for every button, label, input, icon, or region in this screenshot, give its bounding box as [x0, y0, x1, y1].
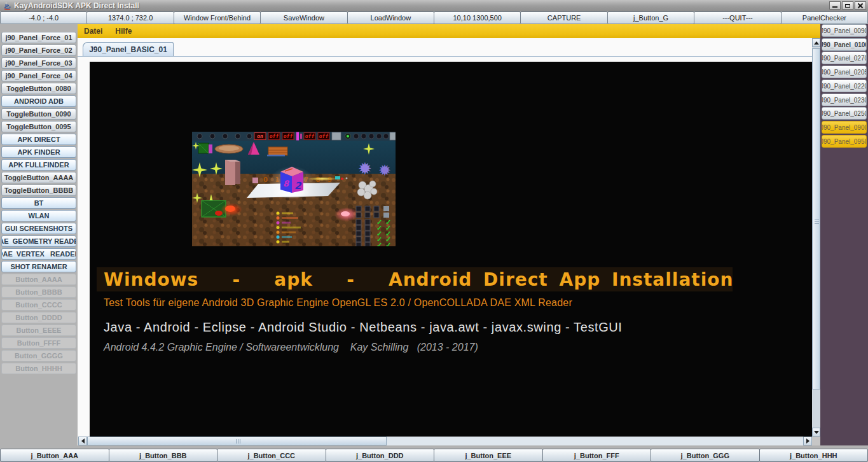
green-indicator	[347, 135, 349, 137]
scroll-right-icon	[806, 438, 809, 444]
credit-line: Android 4.4.2 Graphic Engine / Softwaree…	[104, 342, 478, 353]
menu-hilfe[interactable]: Hilfe	[109, 24, 138, 38]
sidebar-item-wlan[interactable]: WLAN	[1, 210, 76, 221]
content-panel: on off off off off	[90, 62, 812, 437]
svg-text:off: off	[305, 134, 315, 139]
minimize-button[interactable]	[829, 1, 841, 10]
scene-screenshot: on off off off off	[192, 132, 396, 246]
sidebar-item-togglebutton-aaaa[interactable]: ToggleButton_AAAA	[1, 172, 76, 183]
vertical-scrollbar[interactable]	[812, 38, 820, 445]
sidebar-item-togglebutton-bbbb[interactable]: ToggleButton_BBBB	[1, 185, 76, 196]
right-sidebar: J90_Panel_0090J90_Panel_0100J90_Panel_02…	[820, 24, 868, 449]
sidebar-item-android-adb[interactable]: ANDROID ADB	[1, 95, 76, 107]
bottom-button-j-button-hhh[interactable]: j_Button_HHH	[759, 449, 868, 462]
sidebar-item-j90-panel-force-03[interactable]: j90_Panel_Force_03	[1, 57, 76, 69]
sidebar-item-button-aaaa: Button_AAAA	[1, 274, 76, 285]
sidebar-item-togglebutton-0080[interactable]: ToggleButton_0080	[1, 83, 76, 94]
toolbar-button-quit[interactable]: ---QUIT---	[694, 11, 781, 24]
svg-text:on: on	[257, 134, 263, 139]
bottom-button-j-button-bbb[interactable]: j_Button_BBB	[109, 449, 218, 462]
app-window: KayAndroidSDK APK Direct Install -4.0 ; …	[0, 0, 868, 462]
sidebar-item-j90-panel-force-04[interactable]: j90_Panel_Force_04	[1, 70, 76, 81]
svg-text:✹: ✹	[378, 162, 391, 179]
svg-text:✹: ✹	[358, 159, 372, 178]
svg-text:off: off	[319, 134, 329, 139]
tab-divider	[78, 56, 812, 57]
gray-button	[332, 132, 341, 140]
svg-text:off: off	[270, 134, 279, 139]
toolbar-button-savewindow[interactable]: SaveWindow	[260, 11, 347, 24]
panel-button-j90-panel-0270[interactable]: J90_Panel_0270	[822, 52, 867, 64]
panel-button-j90-panel-0250[interactable]: J90_Panel_0250	[822, 107, 867, 120]
svg-text:2: 2	[294, 180, 302, 192]
toolbar-button-window-front-behind[interactable]: Window Front/Behind	[174, 11, 261, 24]
sidebar-item-bt[interactable]: BT	[1, 197, 76, 209]
headline: Windows - apk - Android Direct App Insta…	[97, 269, 734, 290]
panel-button-j90-panel-0090[interactable]: J90_Panel_0090	[822, 24, 867, 37]
main-area: DateiHilfe J90_Panel_BASIC_01	[78, 24, 820, 445]
toolbar-button-1374-0-732-0[interactable]: 1374.0 ; 732.0	[86, 11, 174, 24]
sidebar-item-button-cccc: Button_CCCC	[1, 299, 76, 311]
menu-bar: DateiHilfe	[78, 24, 820, 38]
sidebar-item-button-gggg: Button_GGGG	[1, 350, 76, 361]
scroll-up-button[interactable]	[812, 38, 820, 47]
bottom-button-j-button-fff[interactable]: j_Button_FFF	[542, 449, 652, 462]
sidebar-item-j90-panel-force-02[interactable]: j90_Panel_Force_02	[1, 45, 76, 56]
tech-line: Java - Android - Eclipse - Android Studi…	[104, 320, 623, 335]
panel-button-j90-panel-0100[interactable]: J90_Panel_0100	[822, 38, 867, 51]
scroll-right-button[interactable]	[803, 437, 812, 445]
scroll-left-button[interactable]	[78, 437, 87, 445]
sidebar-item-button-dddd: Button_DDDD	[1, 312, 76, 323]
scroll-down-icon	[814, 431, 819, 434]
headline-strip: Windows - apk - Android Direct App Insta…	[97, 267, 733, 291]
top-toolbar: -4.0 ; -4.01374.0 ; 732.0Window Front/Be…	[0, 11, 868, 24]
color-cube: 8 2	[269, 166, 315, 199]
sidebar-item-j90-panel-force-01[interactable]: j90_Panel_Force_01	[1, 32, 76, 43]
tab-j90-panel-basic-01[interactable]: J90_Panel_BASIC_01	[83, 42, 174, 56]
bottom-button-j-button-ccc[interactable]: j_Button_CCC	[217, 449, 326, 462]
close-button[interactable]	[855, 1, 866, 10]
sidebar-item-togglebutton-0090[interactable]: ToggleButton_0090	[1, 108, 76, 120]
svg-text:✓: ✓	[385, 241, 391, 246]
window-controls	[829, 1, 866, 10]
restore-button[interactable]	[842, 1, 853, 10]
bottom-button-bar: j_Button_AAAj_Button_BBBj_Button_CCCj_Bu…	[0, 449, 868, 462]
sidebar-item-button-eeee: Button_EEEE	[1, 325, 76, 336]
bottom-button-j-button-ddd[interactable]: j_Button_DDD	[326, 449, 435, 462]
horizontal-scrollbar[interactable]	[78, 437, 812, 445]
tab-area: J90_Panel_BASIC_01	[78, 38, 812, 437]
toolbar-button-4-0-4-0[interactable]: -4.0 ; -4.0	[0, 11, 87, 24]
sidebar-item-togglebutton-0095[interactable]: ToggleButton_0095	[1, 121, 76, 132]
scroll-down-button[interactable]	[812, 428, 820, 437]
sidebar-item-dae-geometry-reader[interactable]: DAE GEOMETRY READER	[1, 235, 76, 247]
panel-button-j90-panel-0900[interactable]: J90_Panel_0900	[822, 121, 867, 134]
subtitle: Test Tools für eigene Android 3D Graphic…	[104, 297, 572, 309]
sidebar-item-gui-screenshots[interactable]: GUI SCREENSHOTS	[1, 223, 76, 234]
menu-datei[interactable]: Datei	[78, 24, 109, 38]
panel-button-j90-panel-0205[interactable]: J90_Panel_0205	[822, 66, 867, 78]
panel-button-j90-panel-0220[interactable]: J90_Panel_0220	[822, 80, 867, 92]
panel-button-j90-panel-0230[interactable]: J90_Panel_0230	[822, 94, 867, 106]
vertical-scrollbar-thumb[interactable]	[812, 48, 820, 389]
sidebar-item-dae-vertex-reader[interactable]: DAE VERTEX READER	[1, 248, 76, 260]
sidebar-item-apk-direct[interactable]: APK DIRECT	[1, 134, 76, 145]
sidebar-item-apk-finder[interactable]: APK FINDER	[1, 146, 76, 158]
panel-button-j90-panel-0950[interactable]: J90_Panel_0950	[822, 135, 867, 148]
restore-icon	[845, 4, 850, 8]
sidebar-item-button-bbbb: Button_BBBB	[1, 286, 76, 298]
sidebar-item-button-hhhh: Button_HHHH	[1, 363, 76, 374]
sidebar-item-shot-renamer[interactable]: SHOT RENAMER	[1, 261, 76, 272]
scene-control-strip: on off off off off	[192, 132, 396, 141]
bottom-button-j-button-ggg[interactable]: j_Button_GGG	[651, 449, 760, 462]
toolbar-button-10-10-1300-500[interactable]: 10,10 1300,500	[434, 11, 521, 24]
horizontal-scrollbar-thumb[interactable]	[87, 437, 387, 445]
toolbar-button-capture[interactable]: CAPTURE	[520, 11, 607, 24]
bottom-button-j-button-eee[interactable]: j_Button_EEE	[434, 449, 543, 462]
left-sidebar: j90_Panel_Force_01j90_Panel_Force_02j90_…	[0, 24, 78, 445]
sidebar-item-apk-fullfinder[interactable]: APK FULLFINDER	[1, 159, 76, 171]
toolbar-button-loadwindow[interactable]: LoadWindow	[347, 11, 434, 24]
bottom-button-j-button-aaa[interactable]: j_Button_AAA	[0, 449, 109, 462]
toolbar-button-j-button-g[interactable]: j_Button_G	[607, 11, 694, 24]
svg-text:off: off	[284, 134, 293, 139]
toolbar-button-panelchecker[interactable]: PanelChecker	[781, 11, 868, 24]
